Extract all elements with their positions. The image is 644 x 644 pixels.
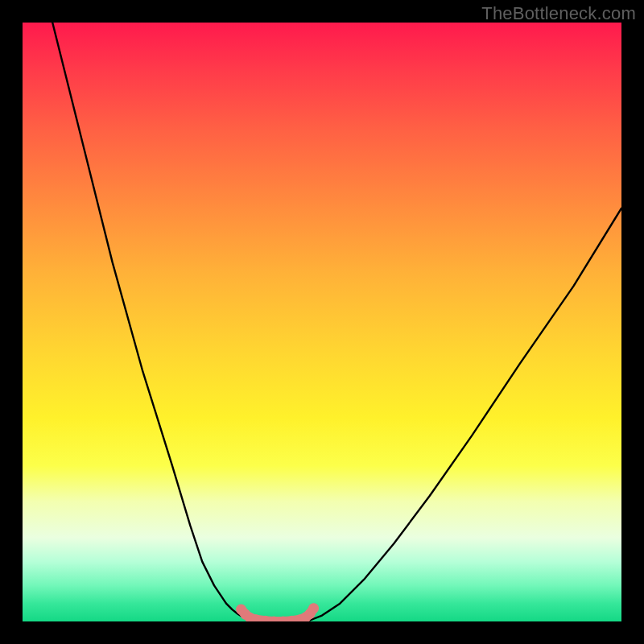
bottleneck-curve: [52, 23, 621, 621]
trough-markers: [236, 603, 319, 621]
plot-area: [23, 23, 621, 621]
watermark-text: TheBottleneck.com: [481, 3, 636, 24]
outer-frame: TheBottleneck.com: [0, 0, 644, 644]
curve-path: [52, 23, 621, 621]
trough-marker-dot: [308, 603, 319, 613]
curve-layer: [23, 23, 621, 621]
